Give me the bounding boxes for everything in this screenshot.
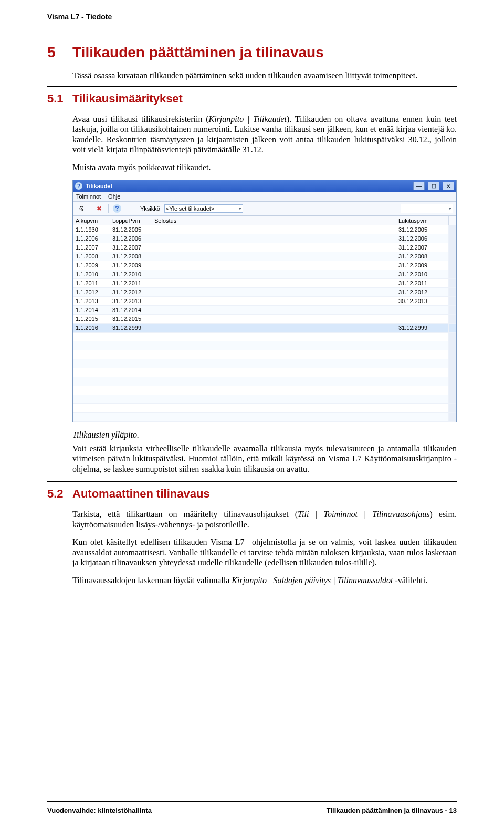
table-cell[interactable] <box>152 377 396 386</box>
print-icon[interactable]: 🖨 <box>76 204 86 213</box>
scrollbar-track[interactable] <box>449 413 456 422</box>
table-cell[interactable]: 30.12.2013 <box>396 297 449 306</box>
table-cell[interactable] <box>110 341 152 350</box>
table-cell[interactable] <box>396 413 449 422</box>
table-cell[interactable]: 31.12.2007 <box>396 243 449 252</box>
table-cell[interactable] <box>152 395 396 404</box>
scrollbar-track[interactable] <box>449 225 456 234</box>
table-cell[interactable] <box>110 404 152 413</box>
table-cell[interactable] <box>152 315 396 324</box>
table-cell[interactable] <box>396 350 449 359</box>
table-cell[interactable] <box>74 386 110 395</box>
table-cell[interactable] <box>74 404 110 413</box>
table-row[interactable] <box>74 386 456 395</box>
table-cell[interactable] <box>152 297 396 306</box>
scrollbar-track[interactable] <box>449 324 456 333</box>
col-alkupvm[interactable]: Alkupvm <box>74 216 110 225</box>
table-row[interactable] <box>74 368 456 377</box>
col-loppupvm[interactable]: LoppuPvm <box>110 216 152 225</box>
table-cell[interactable] <box>396 377 449 386</box>
menu-toiminnot[interactable]: Toiminnot <box>76 193 101 200</box>
unit-select[interactable]: <Yleiset tilikaudet> ▾ <box>164 204 243 213</box>
scrollbar-track[interactable] <box>449 270 456 279</box>
table-cell[interactable] <box>110 413 152 422</box>
table-row[interactable]: 1.1.200631.12.200631.12.2006 <box>74 234 456 243</box>
scrollbar-track[interactable] <box>449 395 456 404</box>
table-row[interactable]: 1.1.200831.12.200831.12.2008 <box>74 252 456 261</box>
table-cell[interactable] <box>110 368 152 377</box>
table-cell[interactable] <box>396 395 449 404</box>
table-cell[interactable] <box>110 359 152 368</box>
scrollbar-track[interactable] <box>449 216 456 225</box>
table-cell[interactable]: 31.12.2007 <box>110 243 152 252</box>
table-cell[interactable]: 1.1.2016 <box>74 324 110 333</box>
col-lukituspvm[interactable]: Lukituspvm <box>396 216 449 225</box>
table-cell[interactable] <box>152 234 396 243</box>
table-row[interactable]: 1.1.201631.12.299931.12.2999 <box>74 324 456 333</box>
table-cell[interactable] <box>396 359 449 368</box>
table-row[interactable] <box>74 395 456 404</box>
table-cell[interactable]: 31.12.2012 <box>396 288 449 297</box>
table-row[interactable]: 1.1.201331.12.201330.12.2013 <box>74 297 456 306</box>
table-cell[interactable]: 1.1.2012 <box>74 288 110 297</box>
scrollbar-track[interactable] <box>449 377 456 386</box>
table-cell[interactable]: 31.12.2006 <box>396 234 449 243</box>
table-cell[interactable]: 1.1.2014 <box>74 306 110 315</box>
table-cell[interactable] <box>152 261 396 270</box>
table-row[interactable] <box>74 350 456 359</box>
table-cell[interactable] <box>152 386 396 395</box>
close-icon[interactable]: ✕ <box>443 182 454 190</box>
scrollbar-track[interactable] <box>449 350 456 359</box>
table-cell[interactable] <box>110 377 152 386</box>
scrollbar-track[interactable] <box>449 288 456 297</box>
table-cell[interactable]: 31.12.2005 <box>110 225 152 234</box>
table-cell[interactable]: 31.12.2009 <box>110 261 152 270</box>
table-cell[interactable]: 1.1.2009 <box>74 261 110 270</box>
table-cell[interactable]: 31.12.2999 <box>396 324 449 333</box>
table-cell[interactable]: 1.1.2008 <box>74 252 110 261</box>
table-cell[interactable] <box>74 359 110 368</box>
scrollbar-track[interactable] <box>449 243 456 252</box>
menu-ohje[interactable]: Ohje <box>108 193 120 200</box>
table-cell[interactable]: 1.1.1930 <box>74 225 110 234</box>
scrollbar-track[interactable] <box>449 234 456 243</box>
table-cell[interactable] <box>396 333 449 341</box>
table-cell[interactable]: 1.1.2006 <box>74 234 110 243</box>
table-cell[interactable]: 31.12.2008 <box>110 252 152 261</box>
table-cell[interactable]: 31.12.2005 <box>396 225 449 234</box>
table-cell[interactable] <box>152 324 396 333</box>
table-cell[interactable] <box>152 270 396 279</box>
table-row[interactable]: 1.1.201431.12.2014 <box>74 306 456 315</box>
table-cell[interactable] <box>74 333 110 341</box>
maximize-icon[interactable]: ☐ <box>428 182 439 190</box>
table-cell[interactable]: 31.12.2010 <box>396 270 449 279</box>
table-cell[interactable] <box>396 315 449 324</box>
table-cell[interactable] <box>110 386 152 395</box>
table-row[interactable]: 1.1.201531.12.2015 <box>74 315 456 324</box>
table-cell[interactable] <box>152 288 396 297</box>
scrollbar-track[interactable] <box>449 279 456 288</box>
table-cell[interactable]: 31.12.2013 <box>110 297 152 306</box>
table-cell[interactable] <box>396 306 449 315</box>
scrollbar-track[interactable] <box>449 359 456 368</box>
scrollbar-track[interactable] <box>449 315 456 324</box>
table-cell[interactable]: 31.12.2011 <box>396 279 449 288</box>
table-cell[interactable] <box>152 279 396 288</box>
table-cell[interactable]: 31.12.2014 <box>110 306 152 315</box>
minimize-icon[interactable]: — <box>413 182 425 190</box>
table-cell[interactable] <box>152 368 396 377</box>
table-cell[interactable] <box>152 413 396 422</box>
table-cell[interactable]: 1.1.2011 <box>74 279 110 288</box>
table-cell[interactable] <box>396 341 449 350</box>
table-cell[interactable]: 31.12.2015 <box>110 315 152 324</box>
table-cell[interactable]: 31.12.2010 <box>110 270 152 279</box>
scrollbar-track[interactable] <box>449 404 456 413</box>
table-row[interactable]: 1.1.200731.12.200731.12.2007 <box>74 243 456 252</box>
table-cell[interactable] <box>396 404 449 413</box>
table-cell[interactable] <box>152 350 396 359</box>
scrollbar-track[interactable] <box>449 252 456 261</box>
table-cell[interactable]: 31.12.2006 <box>110 234 152 243</box>
secondary-select[interactable]: ▾ <box>401 204 453 213</box>
table-cell[interactable] <box>152 341 396 350</box>
delete-icon[interactable]: ✖ <box>94 204 104 213</box>
